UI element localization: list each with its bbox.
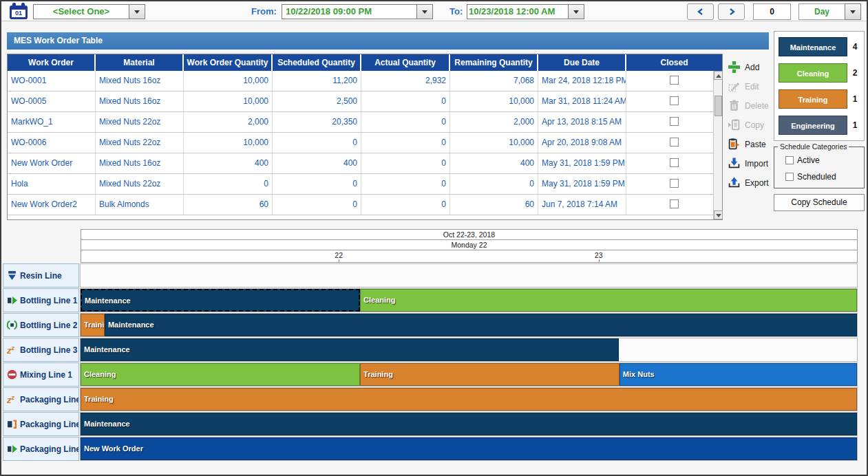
category-button-training[interactable]: Training (779, 89, 847, 109)
gantt-row-label-bottling-line-2: Bottling Line 2 (3, 313, 79, 337)
column-header-closed[interactable]: Closed (626, 54, 722, 71)
add-button[interactable]: Add (728, 59, 759, 76)
import-button[interactable]: Import (728, 155, 768, 172)
cell-work_order_qty: 400 (184, 153, 273, 173)
category-button-cleaning[interactable]: Cleaning (779, 63, 847, 83)
closed-checkbox[interactable] (670, 158, 679, 167)
column-header-material[interactable]: Material (96, 54, 184, 71)
cell-closed (626, 91, 722, 111)
closed-checkbox[interactable] (670, 96, 679, 105)
category-button-maintenance[interactable]: Maintenance (779, 37, 847, 56)
gantt-timeline-row: Training (80, 387, 858, 411)
app-window: 01 <Select One> From: 10/22/2018 09:00 P… (0, 0, 868, 476)
table-row[interactable]: WO-0001Mixed Nuts 16oz10,00011,2002,9327… (8, 71, 722, 91)
export-button[interactable]: Export (728, 175, 769, 191)
table-row[interactable]: WO-0006Mixed Nuts 22oz10,0000010,000Apr … (8, 133, 722, 153)
cell-work_order: Hola (8, 174, 96, 194)
closed-checkbox[interactable] (670, 138, 679, 147)
table-row[interactable]: New Work Order2Bulk Almonds600060Jun 7, … (8, 195, 722, 215)
paste-button[interactable]: Paste (728, 136, 766, 153)
cell-due_date: May 31, 2018 1:59 PM (538, 153, 626, 173)
scroll-down-button[interactable] (714, 210, 723, 219)
cell-closed (626, 153, 722, 173)
row-label-text: Mixing Line 1 (20, 370, 72, 380)
cell-scheduled_qty: 11,200 (273, 71, 361, 91)
checkbox-label: Active (797, 155, 820, 165)
copy-schedule-button[interactable]: Copy Schedule (774, 194, 865, 211)
cell-closed (626, 112, 722, 132)
calendar-icon[interactable]: 01 (10, 3, 28, 19)
scheduled-checkbox[interactable] (785, 173, 794, 181)
action-label: Copy (745, 120, 764, 130)
edit-button: Edit (728, 78, 759, 95)
gantt-hours-header: 2223 (81, 250, 858, 263)
cell-remaining_qty: 0 (450, 174, 538, 194)
gantt-bar-training[interactable]: Training (360, 363, 620, 386)
gantt-bar-maintenance[interactable]: Maintenance (105, 314, 857, 336)
closed-checkbox[interactable] (670, 199, 679, 208)
offset-input[interactable]: 0 (753, 3, 791, 20)
from-date-dropdown-button[interactable] (416, 4, 433, 19)
gantt-bar-cleaning[interactable]: Cleaning (360, 289, 857, 312)
gantt-bar-training[interactable]: Training (81, 314, 105, 336)
to-date-input[interactable]: 10/23/2018 12:00 AM (467, 4, 569, 19)
cell-closed (626, 174, 722, 194)
copy-icon (728, 119, 741, 131)
schedule-categories-groupbox: Schedule Categories ActiveScheduled (774, 147, 865, 188)
schedule-select[interactable]: <Select One> (33, 4, 129, 19)
next-button[interactable] (718, 3, 745, 20)
schedule-select-dropdown-button[interactable] (129, 4, 145, 19)
closed-checkbox[interactable] (670, 179, 679, 188)
prev-button[interactable] (687, 3, 714, 20)
gantt-bar-maintenance[interactable]: Maintenance (81, 413, 857, 435)
table-row[interactable]: MarkWO_1Mixed Nuts 22oz2,00020,35002,000… (8, 112, 722, 133)
gantt-bar-maintenance[interactable]: Maintenance (81, 338, 619, 361)
cell-due_date: Apr 13, 2018 8:15 AM (538, 112, 626, 132)
row-label-text: Bottling Line 3 (20, 345, 77, 355)
delete-button: Delete (728, 98, 769, 114)
gantt-bar-cleaning[interactable]: Cleaning (81, 363, 360, 386)
gantt-row-label-packaging-line-2: Packaging Line 2 (3, 412, 79, 436)
gantt-bar-maintenance[interactable]: Maintenance (81, 289, 360, 312)
checkbox-label: Scheduled (797, 172, 836, 182)
range-select[interactable]: Day (798, 3, 845, 20)
closed-checkbox[interactable] (670, 117, 679, 126)
table-row[interactable]: New Work OrderMixed Nuts 16oz4004000400M… (8, 153, 722, 174)
action-label: Add (745, 63, 759, 72)
column-header-due-date[interactable]: Due Date (538, 54, 626, 71)
column-header-scheduled-quantity[interactable]: Scheduled Quantity (273, 54, 361, 71)
category-button-engineering[interactable]: Engineering (779, 116, 847, 135)
to-date-dropdown-button[interactable] (568, 4, 584, 19)
range-dropdown-button[interactable] (845, 3, 861, 20)
closed-checkbox[interactable] (670, 76, 679, 85)
column-header-work-order[interactable]: Work Order (8, 54, 96, 71)
scroll-up-button[interactable] (714, 71, 723, 80)
cell-scheduled_qty: 20,350 (273, 112, 361, 132)
cell-material: Mixed Nuts 22oz (96, 174, 184, 194)
active-checkbox[interactable] (785, 156, 794, 164)
scrollbar-thumb[interactable] (714, 96, 722, 116)
cell-closed (626, 133, 722, 153)
table-row[interactable]: WO-0005Mixed Nuts 16oz10,0002,500010,000… (8, 91, 722, 112)
checkbox-row-active[interactable]: Active (785, 155, 820, 165)
gantt-bar-training[interactable]: Training (81, 388, 857, 411)
table-row[interactable]: HolaMixed Nuts 22oz0000May 31, 2018 1:59… (8, 174, 722, 195)
gantt-bar-new-work-order[interactable]: New Work Order (81, 437, 857, 460)
cell-work_order: New Work Order2 (8, 195, 96, 215)
from-date-input[interactable]: 10/22/2018 09:00 PM (282, 4, 417, 19)
gantt-timeline-row: Maintenance (80, 412, 858, 436)
column-header-remaining-quantity[interactable]: Remaining Quantity (450, 54, 538, 71)
toolbar: 01 <Select One> From: 10/22/2018 09:00 P… (1, 1, 867, 21)
running-icon (7, 295, 17, 305)
table-vertical-scrollbar[interactable] (713, 71, 722, 219)
cell-due_date: Mar 31, 2018 11:24 AM (538, 91, 626, 111)
column-header-actual-quantity[interactable]: Actual Quantity (361, 54, 450, 71)
category-row: Maintenance4 (779, 37, 860, 56)
gantt-bar-mix-nuts[interactable]: Mix Nuts (620, 363, 857, 386)
action-label: Import (745, 159, 768, 169)
checkbox-row-scheduled[interactable]: Scheduled (785, 172, 836, 182)
paused-icon (7, 419, 17, 429)
column-header-work-order-quantity[interactable]: Work Order Quantity (184, 54, 273, 71)
gantt-range-header: Oct 22-23, 2018 (81, 229, 858, 240)
category-row: Training1 (779, 89, 860, 109)
